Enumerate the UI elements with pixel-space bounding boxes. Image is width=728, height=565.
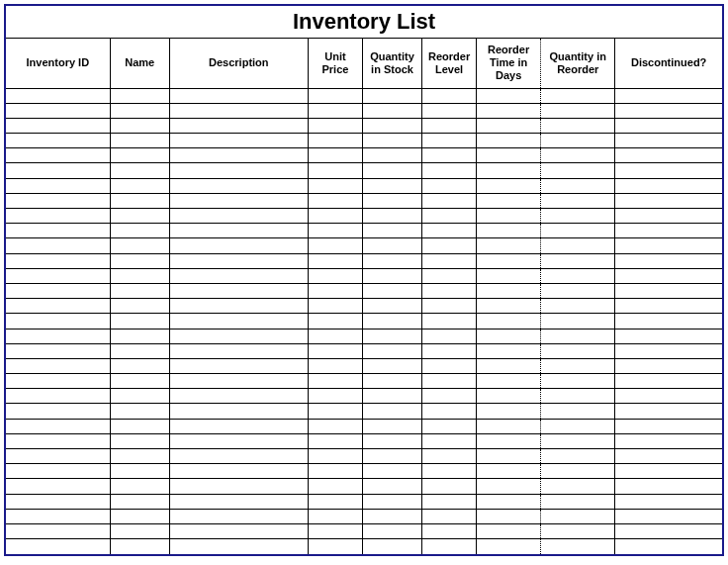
cell-reorder_time_days[interactable] <box>477 449 541 464</box>
cell-reorder_time_days[interactable] <box>477 283 541 298</box>
cell-discontinued[interactable] <box>615 268 722 283</box>
cell-quantity_in_reorder[interactable] <box>541 134 615 148</box>
cell-inventory_id[interactable] <box>6 449 110 464</box>
cell-name[interactable] <box>110 404 169 419</box>
cell-reorder_level[interactable] <box>422 479 477 494</box>
cell-quantity_in_reorder[interactable] <box>541 118 615 133</box>
cell-discontinued[interactable] <box>615 118 722 133</box>
cell-quantity_in_reorder[interactable] <box>541 433 615 448</box>
cell-name[interactable] <box>110 283 169 298</box>
cell-name[interactable] <box>110 523 169 538</box>
cell-quantity_in_stock[interactable] <box>362 314 421 329</box>
cell-reorder_time_days[interactable] <box>477 494 541 509</box>
cell-quantity_in_stock[interactable] <box>362 238 421 253</box>
cell-unit_price[interactable] <box>308 209 362 224</box>
cell-quantity_in_reorder[interactable] <box>541 404 615 419</box>
cell-reorder_level[interactable] <box>422 193 477 208</box>
cell-reorder_time_days[interactable] <box>477 238 541 253</box>
cell-quantity_in_stock[interactable] <box>362 404 421 419</box>
cell-name[interactable] <box>110 134 169 148</box>
cell-inventory_id[interactable] <box>6 299 110 314</box>
cell-description[interactable] <box>169 163 308 178</box>
cell-inventory_id[interactable] <box>6 404 110 419</box>
cell-quantity_in_stock[interactable] <box>362 283 421 298</box>
cell-name[interactable] <box>110 479 169 494</box>
cell-unit_price[interactable] <box>308 374 362 389</box>
cell-quantity_in_reorder[interactable] <box>541 163 615 178</box>
cell-name[interactable] <box>110 329 169 343</box>
cell-discontinued[interactable] <box>615 509 722 523</box>
cell-reorder_level[interactable] <box>422 283 477 298</box>
cell-unit_price[interactable] <box>308 343 362 358</box>
cell-quantity_in_reorder[interactable] <box>541 193 615 208</box>
cell-quantity_in_reorder[interactable] <box>541 449 615 464</box>
cell-inventory_id[interactable] <box>6 118 110 133</box>
cell-inventory_id[interactable] <box>6 494 110 509</box>
cell-discontinued[interactable] <box>615 193 722 208</box>
cell-inventory_id[interactable] <box>6 389 110 404</box>
cell-discontinued[interactable] <box>615 224 722 238</box>
cell-description[interactable] <box>169 209 308 224</box>
cell-discontinued[interactable] <box>615 523 722 538</box>
cell-reorder_level[interactable] <box>422 148 477 163</box>
cell-discontinued[interactable] <box>615 238 722 253</box>
cell-quantity_in_stock[interactable] <box>362 329 421 343</box>
cell-reorder_level[interactable] <box>422 449 477 464</box>
cell-quantity_in_stock[interactable] <box>362 253 421 268</box>
cell-name[interactable] <box>110 118 169 133</box>
cell-discontinued[interactable] <box>615 253 722 268</box>
cell-name[interactable] <box>110 389 169 404</box>
cell-unit_price[interactable] <box>308 539 362 554</box>
cell-inventory_id[interactable] <box>6 419 110 433</box>
cell-quantity_in_reorder[interactable] <box>541 358 615 373</box>
cell-reorder_level[interactable] <box>422 358 477 373</box>
cell-unit_price[interactable] <box>308 419 362 433</box>
cell-discontinued[interactable] <box>615 464 722 479</box>
cell-discontinued[interactable] <box>615 494 722 509</box>
cell-reorder_level[interactable] <box>422 419 477 433</box>
cell-inventory_id[interactable] <box>6 314 110 329</box>
cell-quantity_in_stock[interactable] <box>362 358 421 373</box>
cell-quantity_in_stock[interactable] <box>362 419 421 433</box>
cell-reorder_time_days[interactable] <box>477 343 541 358</box>
cell-quantity_in_reorder[interactable] <box>541 479 615 494</box>
cell-name[interactable] <box>110 358 169 373</box>
cell-quantity_in_stock[interactable] <box>362 494 421 509</box>
cell-unit_price[interactable] <box>308 224 362 238</box>
cell-unit_price[interactable] <box>308 358 362 373</box>
cell-reorder_level[interactable] <box>422 88 477 103</box>
cell-description[interactable] <box>169 299 308 314</box>
cell-name[interactable] <box>110 509 169 523</box>
cell-inventory_id[interactable] <box>6 523 110 538</box>
cell-reorder_level[interactable] <box>422 103 477 118</box>
cell-reorder_level[interactable] <box>422 299 477 314</box>
cell-reorder_level[interactable] <box>422 329 477 343</box>
cell-reorder_time_days[interactable] <box>477 374 541 389</box>
cell-quantity_in_reorder[interactable] <box>541 299 615 314</box>
cell-name[interactable] <box>110 299 169 314</box>
cell-quantity_in_stock[interactable] <box>362 509 421 523</box>
cell-quantity_in_reorder[interactable] <box>541 523 615 538</box>
cell-reorder_level[interactable] <box>422 134 477 148</box>
cell-name[interactable] <box>110 539 169 554</box>
cell-unit_price[interactable] <box>308 433 362 448</box>
cell-description[interactable] <box>169 523 308 538</box>
cell-quantity_in_stock[interactable] <box>362 523 421 538</box>
cell-reorder_level[interactable] <box>422 163 477 178</box>
cell-name[interactable] <box>110 268 169 283</box>
cell-reorder_time_days[interactable] <box>477 268 541 283</box>
cell-inventory_id[interactable] <box>6 178 110 193</box>
cell-unit_price[interactable] <box>308 253 362 268</box>
cell-inventory_id[interactable] <box>6 193 110 208</box>
cell-quantity_in_stock[interactable] <box>362 193 421 208</box>
cell-quantity_in_stock[interactable] <box>362 178 421 193</box>
cell-inventory_id[interactable] <box>6 464 110 479</box>
cell-discontinued[interactable] <box>615 314 722 329</box>
cell-quantity_in_stock[interactable] <box>362 88 421 103</box>
cell-unit_price[interactable] <box>308 523 362 538</box>
cell-quantity_in_stock[interactable] <box>362 479 421 494</box>
cell-reorder_time_days[interactable] <box>477 163 541 178</box>
cell-unit_price[interactable] <box>308 103 362 118</box>
cell-unit_price[interactable] <box>308 449 362 464</box>
cell-quantity_in_stock[interactable] <box>362 449 421 464</box>
